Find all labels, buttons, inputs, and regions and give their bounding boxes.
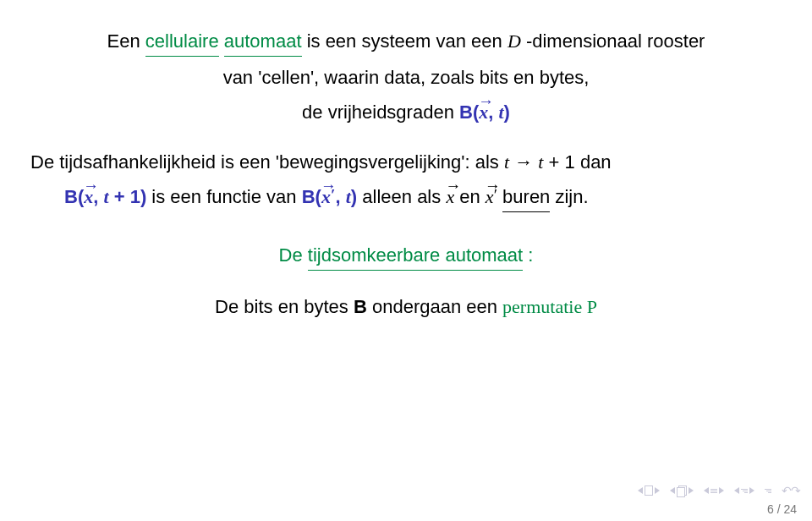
- vec-x-prime: →x: [486, 183, 494, 211]
- permutation-line: De bits en bytes B ondergaan een permuta…: [30, 293, 782, 321]
- vec-x-prime: →x: [321, 183, 331, 211]
- text: De: [279, 244, 308, 266]
- text: van 'cellen', waarin data, zoals bits en…: [223, 67, 590, 88]
- text: is een systeem van een: [307, 30, 508, 52]
- var-x: x: [446, 186, 454, 207]
- beamer-nav-bar: ↶↷: [638, 484, 800, 497]
- triangle-right-icon: [655, 487, 660, 494]
- triangle-right-icon: [719, 487, 724, 494]
- arrow-icon: →: [514, 151, 538, 173]
- var-x: x: [84, 186, 93, 207]
- triangle-left-icon: [670, 487, 675, 494]
- bars-icon: [741, 489, 748, 493]
- nav-prev-section-button[interactable]: [670, 485, 694, 496]
- nav-next-slide-button[interactable]: [734, 487, 754, 494]
- B-expr-left: B(→x, t + 1): [64, 186, 151, 207]
- definition-line-3: de vrijheidsgraden B(→x, t): [30, 98, 782, 126]
- term-cellular: cellulaire: [145, 27, 219, 57]
- text: en: [459, 186, 486, 207]
- prime-symbol: ′: [494, 185, 497, 204]
- B-expr-right: B(→x′, t): [302, 186, 363, 207]
- vec-x: →x: [479, 98, 488, 126]
- text: ondergaan een: [372, 296, 502, 317]
- definition-line-1: Een cellulaire automaat is een systeem v…: [30, 27, 782, 57]
- text: B(: [302, 186, 321, 207]
- var-x: x: [479, 101, 488, 123]
- text: :: [528, 244, 533, 266]
- triangle-right-icon: [749, 487, 754, 494]
- var-t: t: [504, 151, 509, 173]
- text: ,: [488, 101, 498, 123]
- text: ,: [93, 186, 103, 207]
- reversible-heading: De tijdsomkeerbare automaat :: [30, 241, 782, 271]
- bars-small-icon: [765, 489, 771, 493]
- term-permutation: permutatie P: [502, 296, 597, 317]
- triangle-left-icon: [704, 487, 709, 494]
- term-buren: buren: [502, 183, 550, 212]
- vec-x: →x: [84, 183, 93, 211]
- text: -dimensionaal rooster: [526, 30, 705, 52]
- frames-stack-icon: [677, 485, 687, 496]
- term-automaton: automaat: [224, 27, 302, 57]
- text: ,: [335, 186, 345, 207]
- nav-prev-slide-button[interactable]: [704, 487, 724, 494]
- text: Een: [107, 30, 145, 52]
- slide-body: Een cellulaire automaat is een systeem v…: [0, 0, 812, 321]
- var-t: t: [538, 151, 543, 173]
- text: de vrijheidsgraden: [302, 101, 459, 123]
- var-x: x: [321, 186, 331, 207]
- var-B: B: [354, 296, 367, 317]
- text: ): [351, 186, 357, 207]
- text: B(: [64, 186, 84, 207]
- dof-B: B(→x, t): [459, 101, 510, 123]
- plus-one: + 1: [549, 151, 575, 173]
- text: ): [504, 101, 510, 123]
- text: De bits en bytes: [215, 296, 354, 317]
- page-number: 6 / 24: [767, 502, 797, 516]
- term-time-reversible-automaton: tijdsomkeerbare automaat: [308, 241, 523, 271]
- text: zijn.: [555, 186, 588, 207]
- text: De tijdsafhankelijkheid is een 'beweging…: [30, 151, 504, 173]
- nav-first-button[interactable]: [638, 485, 660, 496]
- definition-line-2: van 'cellen', waarin data, zoals bits en…: [30, 63, 782, 91]
- triangle-left-icon: [734, 487, 739, 494]
- bars-icon: [710, 489, 717, 493]
- var-D: D: [508, 30, 521, 52]
- frame-icon: [645, 485, 653, 496]
- vec-x: →x: [446, 183, 454, 211]
- time-dependence-line: De tijdsafhankelijkheid is een 'beweging…: [30, 148, 782, 176]
- text: dan: [580, 151, 612, 173]
- triangle-left-icon: [638, 487, 643, 494]
- function-line: B(→x, t + 1) is een functie van B(→x′, t…: [30, 183, 782, 212]
- var-x: x: [486, 186, 494, 207]
- text: + 1): [109, 186, 147, 207]
- text: is een functie van: [151, 186, 301, 207]
- text: alleen als: [362, 186, 446, 207]
- text: B(: [459, 101, 479, 123]
- nav-back-forward-button[interactable]: ↶↷: [782, 484, 800, 497]
- triangle-right-icon: [689, 487, 694, 494]
